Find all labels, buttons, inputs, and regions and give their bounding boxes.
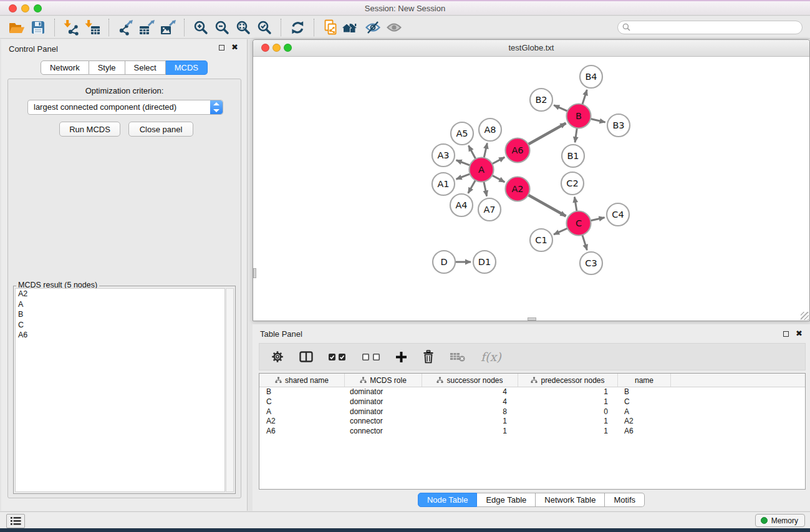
save-floppy-icon (29, 19, 47, 36)
node-C4[interactable]: C4 (607, 203, 629, 226)
table-row[interactable]: A6connector11A6 (259, 427, 805, 437)
trash-icon (422, 350, 435, 364)
table-row[interactable]: Bdominator41B (259, 387, 805, 397)
zoom-in-button[interactable] (190, 18, 211, 37)
delete-table-button[interactable] (450, 351, 466, 363)
node-B3[interactable]: B3 (607, 114, 630, 137)
tab-style[interactable]: Style (89, 60, 125, 75)
node-label: B4 (585, 72, 597, 82)
node-B[interactable]: B (567, 104, 591, 128)
table-tab-edge-table[interactable]: Edge Table (477, 493, 536, 507)
node-A3[interactable]: A3 (432, 144, 455, 167)
search-input[interactable] (634, 22, 798, 32)
criterion-select[interactable]: largest connected component (directed) (27, 100, 223, 115)
import-network-button[interactable] (60, 18, 82, 37)
network-maximize-button[interactable] (284, 44, 292, 52)
node-C3[interactable]: C3 (580, 252, 602, 274)
column-header-predecessor-nodes[interactable]: predecessor nodes (518, 374, 618, 387)
mcds-result-item[interactable]: C (16, 320, 224, 331)
show-all-networks-button[interactable] (341, 18, 362, 37)
node-C2[interactable]: C2 (561, 172, 584, 195)
show-labels-button[interactable] (383, 18, 405, 37)
node-A4[interactable]: A4 (450, 194, 473, 216)
delete-column-button[interactable] (422, 350, 435, 364)
zoom-fit-button[interactable] (233, 18, 254, 37)
open-file-button[interactable] (6, 18, 27, 37)
node-D1[interactable]: D1 (473, 251, 496, 273)
function-builder-button[interactable]: f(x) (481, 350, 501, 364)
zoom-out-button[interactable] (211, 18, 233, 37)
hide-labels-button[interactable] (362, 18, 383, 37)
node-C1[interactable]: C1 (530, 229, 552, 251)
column-header-successor-nodes[interactable]: successor nodes (422, 374, 518, 387)
close-table-panel-icon[interactable]: ✖ (796, 329, 803, 338)
node-D[interactable]: D (433, 251, 455, 273)
node-A8[interactable]: A8 (479, 118, 501, 141)
network-window-titlebar[interactable]: testGlobe.txt (253, 40, 809, 57)
window-resize-handle[interactable] (801, 312, 809, 320)
float-panel-icon[interactable] (219, 45, 224, 51)
mcds-result-item[interactable]: A6 (16, 330, 224, 341)
search-field[interactable] (617, 21, 803, 34)
run-mcds-button[interactable]: Run MCDS (59, 122, 120, 137)
node-C[interactable]: C (567, 211, 591, 236)
tool-palette-grip[interactable] (253, 268, 256, 278)
export-image-button[interactable] (157, 18, 178, 37)
node-B1[interactable]: B1 (562, 145, 584, 167)
table-tab-motifs[interactable]: Motifs (605, 493, 645, 507)
export-network-button[interactable] (115, 18, 136, 37)
node-A1[interactable]: A1 (432, 173, 455, 195)
mcds-result-list[interactable]: A2ABCA6 (15, 288, 225, 492)
show-columns-button[interactable] (299, 351, 313, 362)
save-session-button[interactable] (27, 18, 49, 37)
create-column-button[interactable] (395, 351, 407, 363)
node-A7[interactable]: A7 (478, 198, 501, 221)
node-A6[interactable]: A6 (506, 138, 530, 163)
minimize-window-button[interactable] (21, 4, 29, 12)
table-cell: 1 (518, 417, 618, 427)
table-cell: 0 (518, 407, 618, 417)
table-tab-node-table[interactable]: Node Table (418, 493, 478, 507)
maximize-window-button[interactable] (34, 4, 42, 12)
close-panel-icon[interactable]: ✖ (231, 42, 238, 52)
refresh-layout-button[interactable] (287, 18, 308, 37)
table-settings-button[interactable] (271, 350, 284, 364)
column-header-mcds-role[interactable]: MCDS role (345, 374, 422, 387)
column-header-shared-name[interactable]: shared name (259, 374, 345, 387)
node-A5[interactable]: A5 (451, 122, 473, 145)
memory-button[interactable]: Memory (755, 514, 805, 527)
task-history-button[interactable] (6, 514, 25, 528)
node-B2[interactable]: B2 (530, 89, 552, 111)
table-row[interactable]: Cdominator41C (259, 397, 805, 407)
table-panel: Table Panel ✖ (253, 324, 810, 511)
bottom-grip[interactable] (528, 317, 536, 321)
deselect-all-button[interactable] (362, 353, 380, 361)
mcds-result-item[interactable]: A2 (16, 289, 224, 299)
column-header-name[interactable]: name (618, 374, 671, 387)
mcds-result-item[interactable]: B (16, 309, 224, 320)
export-table-button[interactable] (136, 18, 157, 37)
gear-icon (271, 350, 284, 364)
zoom-selected-button[interactable] (254, 18, 275, 37)
network-minimize-button[interactable] (272, 44, 281, 52)
node-B4[interactable]: B4 (580, 65, 602, 88)
tab-mcds[interactable]: MCDS (166, 60, 208, 75)
result-list-scrollbar[interactable] (226, 288, 234, 492)
network-close-button[interactable] (261, 44, 269, 52)
close-panel-button[interactable]: Close panel (128, 122, 193, 137)
table-row[interactable]: A2connector11A2 (259, 417, 805, 427)
select-all-button[interactable] (328, 353, 347, 361)
tab-network[interactable]: Network (41, 60, 89, 75)
table-row[interactable]: Adominator80A (259, 407, 805, 417)
close-window-button[interactable] (9, 4, 17, 12)
duplicate-network-button[interactable] (320, 18, 341, 37)
network-canvas[interactable]: B4B2BB3A8A5A6A3B1AA1C2A2A4A7C4CC1C3DD1 (254, 57, 809, 320)
table-header-row: shared nameMCDS rolesuccessor nodesprede… (259, 374, 805, 387)
tab-select[interactable]: Select (125, 60, 166, 75)
node-A2[interactable]: A2 (506, 177, 530, 201)
node-A[interactable]: A (470, 158, 494, 182)
table-tab-network-table[interactable]: Network Table (536, 493, 605, 507)
float-table-panel-icon[interactable] (783, 331, 789, 337)
mcds-result-item[interactable]: A (16, 299, 224, 310)
import-table-button[interactable] (82, 18, 103, 37)
